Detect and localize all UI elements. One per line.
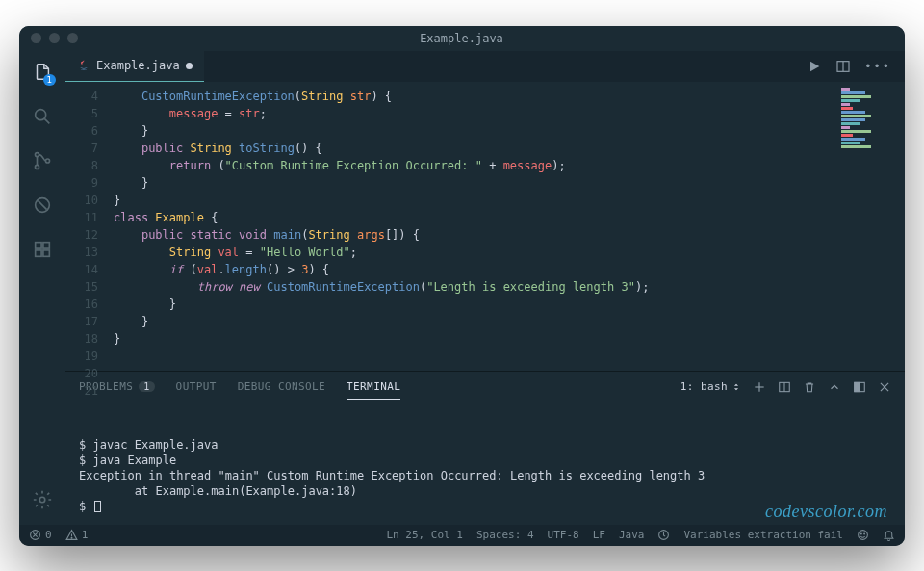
source-control-icon[interactable]: [31, 149, 54, 172]
split-editor-icon[interactable]: [835, 59, 851, 74]
svg-line-6: [38, 200, 46, 209]
java-icon: [77, 59, 90, 72]
status-bar: 0 1 Ln 25, Col 1 Spaces: 4 UTF-8 LF Java…: [19, 525, 905, 546]
debug-icon[interactable]: [31, 194, 54, 217]
svg-point-3: [35, 165, 38, 169]
minimize-window-icon[interactable]: [49, 33, 60, 43]
tab-output[interactable]: OUTPUT: [176, 380, 217, 393]
search-icon[interactable]: [31, 105, 54, 128]
terminal-selector[interactable]: 1: bash: [680, 380, 741, 393]
svg-rect-8: [43, 242, 49, 247]
tab-debug-console[interactable]: DEBUG CONSOLE: [238, 380, 325, 393]
maximize-panel-icon[interactable]: [853, 380, 866, 394]
close-window-icon[interactable]: [31, 33, 41, 43]
svg-line-1: [44, 118, 49, 123]
svg-rect-10: [43, 249, 49, 255]
chevron-updown-icon: [732, 382, 741, 392]
explorer-icon[interactable]: 1: [31, 61, 54, 84]
minimap[interactable]: [837, 82, 905, 371]
status-extra[interactable]: Variables extraction fail: [683, 529, 843, 541]
status-eol[interactable]: LF: [593, 529, 605, 541]
app-window: Example.java 1: [19, 26, 905, 546]
status-warnings[interactable]: 1: [65, 529, 89, 541]
status-spaces[interactable]: Spaces: 4: [476, 529, 534, 541]
line-number-gutter: 456789101112131415161718192021: [65, 82, 108, 371]
extensions-icon[interactable]: [31, 238, 54, 261]
chevron-up-icon[interactable]: [828, 380, 841, 394]
maximize-window-icon[interactable]: [67, 33, 78, 43]
svg-point-4: [45, 158, 49, 162]
svg-rect-7: [36, 242, 41, 247]
svg-point-11: [39, 497, 45, 503]
svg-point-26: [71, 537, 72, 538]
svg-point-2: [35, 152, 38, 156]
problems-count: 1: [139, 381, 154, 392]
status-bell-icon[interactable]: [883, 529, 895, 541]
title-bar: Example.java: [19, 26, 905, 51]
svg-rect-19: [855, 382, 860, 391]
more-actions-icon[interactable]: •••: [864, 60, 891, 73]
svg-point-30: [864, 533, 865, 534]
panel-tabs: PROBLEMS 1 OUTPUT DEBUG CONSOLE TERMINAL…: [65, 372, 905, 402]
warning-icon: [65, 529, 78, 541]
status-smiley-icon[interactable]: [857, 529, 869, 541]
new-terminal-icon[interactable]: [753, 380, 766, 394]
window-controls: [31, 33, 78, 43]
status-feedback-icon[interactable]: [657, 529, 670, 541]
watermark: codevscolor.com: [765, 504, 887, 519]
status-encoding[interactable]: UTF-8: [548, 529, 579, 541]
svg-point-28: [859, 531, 868, 540]
status-language[interactable]: Java: [619, 529, 645, 541]
error-icon: [29, 529, 41, 541]
close-panel-icon[interactable]: [878, 380, 891, 394]
editor[interactable]: 456789101112131415161718192021 CustomRun…: [65, 82, 905, 371]
svg-rect-9: [36, 249, 41, 255]
run-icon[interactable]: [807, 59, 822, 74]
tab-terminal[interactable]: TERMINAL: [346, 380, 400, 400]
split-terminal-icon[interactable]: [778, 380, 791, 394]
window-title: Example.java: [78, 32, 845, 45]
explorer-badge: 1: [43, 74, 56, 86]
editor-group: Example.java ••• 45678910111213141516171…: [65, 51, 905, 525]
code-area[interactable]: CustomRuntimeException(String str) { mes…: [108, 82, 837, 371]
tab-example-java[interactable]: Example.java: [65, 51, 204, 82]
tab-label: Example.java: [96, 59, 180, 72]
settings-gear-icon[interactable]: [31, 488, 54, 511]
status-cursor[interactable]: Ln 25, Col 1: [386, 529, 462, 541]
tab-bar: Example.java •••: [65, 51, 905, 82]
dirty-indicator-icon: [186, 63, 192, 69]
kill-terminal-icon[interactable]: [803, 380, 816, 394]
terminal-output[interactable]: $ javac Example.java$ java ExampleExcept…: [65, 402, 905, 525]
bottom-panel: PROBLEMS 1 OUTPUT DEBUG CONSOLE TERMINAL…: [65, 371, 905, 525]
status-errors[interactable]: 0: [29, 529, 52, 541]
svg-point-0: [36, 109, 46, 119]
activity-bar: 1: [19, 51, 65, 525]
svg-point-29: [860, 533, 861, 534]
